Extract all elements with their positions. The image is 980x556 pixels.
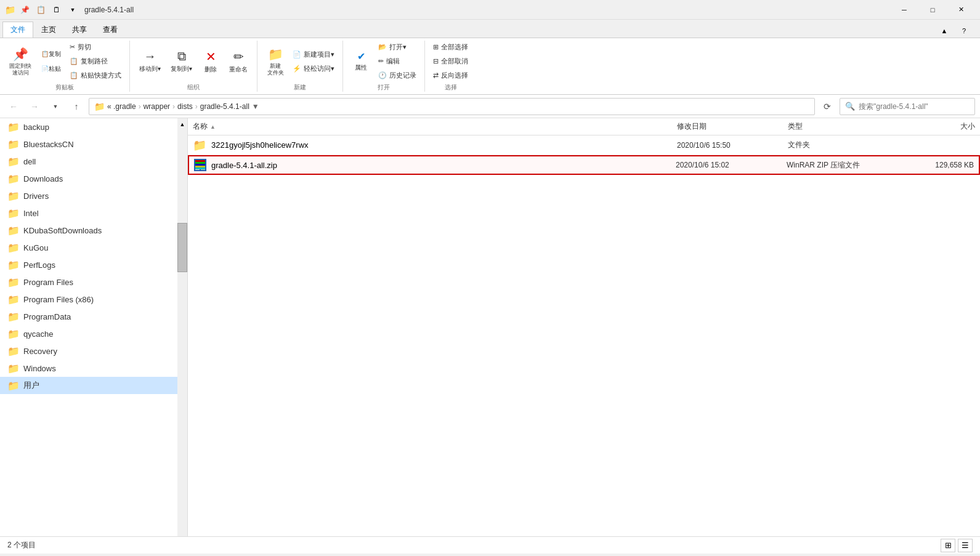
history-btn[interactable]: 🕐 历史记录	[375, 69, 419, 82]
sidebar-item-programdata[interactable]: 📁 ProgramData	[0, 308, 187, 325]
move-btn[interactable]: → 移动到▾	[135, 46, 165, 76]
minimize-btn[interactable]: ─	[890, 0, 918, 20]
properties-btn[interactable]: ✔ 属性	[348, 47, 374, 75]
sep1: ›	[139, 102, 141, 111]
copy-to-btn[interactable]: ⧉ 复制到▾	[166, 46, 196, 76]
sidebar-item-users[interactable]: 📁 用户	[0, 377, 187, 394]
sidebar-item-intel[interactable]: 📁 Intel	[0, 204, 187, 222]
col-header-type[interactable]: 类型	[783, 121, 906, 132]
sidebar-label-bluestackscn: BluestacksCN	[23, 140, 74, 149]
list-view-btn[interactable]: ☰	[958, 539, 973, 552]
sidebar-item-dell[interactable]: 📁 dell	[0, 153, 187, 170]
breadcrumb-gradle[interactable]: « .gradle	[107, 102, 136, 111]
select-none-icon: ⊟	[433, 57, 439, 65]
breadcrumb-dists[interactable]: dists	[177, 102, 193, 111]
refresh-btn[interactable]: ⟳	[819, 98, 836, 115]
search-box[interactable]: 🔍	[840, 98, 975, 115]
close-btn[interactable]: ✕	[947, 0, 975, 20]
file-type-1: 文件夹	[783, 140, 906, 150]
select-label: 选择	[445, 83, 457, 92]
edit-btn[interactable]: ✏ 编辑	[375, 55, 419, 68]
easy-access-btn[interactable]: ⚡ 轻松访问▾	[290, 62, 338, 75]
new-item-icon: 📄	[293, 50, 301, 58]
scroll-up-btn[interactable]: ▲	[177, 118, 187, 131]
help-btn[interactable]: ?	[955, 24, 973, 38]
open-file-btn[interactable]: 📂 打开▾	[375, 41, 419, 54]
tab-view[interactable]: 查看	[95, 22, 126, 38]
main-content: ▲ 📁 backup 📁 BluestacksCN 📁 dell 📁 Downl…	[0, 118, 980, 536]
grid-view-btn[interactable]: ⊞	[941, 539, 955, 552]
select-none-btn[interactable]: ⊟ 全部取消	[430, 55, 471, 68]
svg-rect-3	[195, 160, 205, 162]
sidebar-item-kugou[interactable]: 📁 KuGou	[0, 239, 187, 256]
search-input[interactable]	[859, 102, 970, 111]
sidebar-item-downloads[interactable]: 📁 Downloads	[0, 170, 187, 187]
delete-btn[interactable]: ✕ 删除	[198, 46, 224, 77]
sidebar-item-programfilesx86[interactable]: 📁 Program Files (x86)	[0, 291, 187, 308]
copy-path-btn[interactable]: 📋 复制路径	[67, 55, 124, 68]
sort-arrow-name: ▲	[210, 124, 216, 130]
paste-btn[interactable]: 📄 粘贴	[37, 62, 65, 76]
paste-icon: 📄	[41, 65, 49, 72]
folder-icon-users: 📁	[7, 380, 20, 392]
sidebar-item-recovery[interactable]: 📁 Recovery	[0, 342, 187, 360]
folder-icon-title: 📁	[5, 5, 15, 15]
sidebar-item-windows[interactable]: 📁 Windows	[0, 360, 187, 377]
back-btn[interactable]: ←	[5, 98, 22, 115]
copy-btn[interactable]: 📋 复制	[37, 47, 65, 61]
table-row[interactable]: 📁 3221gyojl5jsh0helicew7rwx 2020/10/6 15…	[188, 135, 980, 155]
breadcrumb-folder-icon: 📁	[94, 102, 105, 111]
ribbon-collapse-btn[interactable]: ▲	[936, 24, 953, 38]
address-dropdown-btn[interactable]: ▼	[252, 102, 259, 111]
sep2: ›	[172, 102, 175, 111]
file-name-2: gradle-5.4.1-all.zip	[211, 161, 277, 170]
pin-quickaccess-btn[interactable]: 📌	[18, 3, 31, 17]
recent-locations-btn[interactable]: ▼	[47, 98, 64, 115]
sidebar-item-drivers[interactable]: 📁 Drivers	[0, 187, 187, 204]
title-bar: 📁 📌 📋 🗒 ▼ gradle-5.4.1-all ─ □ ✕	[0, 0, 980, 20]
paste-quickaccess-btn[interactable]: 🗒	[50, 3, 63, 17]
up-btn[interactable]: ↑	[68, 98, 85, 115]
rename-icon: ✏	[233, 49, 244, 64]
cut-btn[interactable]: ✂ 剪切	[67, 41, 124, 54]
col-header-date[interactable]: 修改日期	[672, 121, 783, 132]
file-type-2: WinRAR ZIP 压缩文件	[782, 160, 905, 171]
ribbon-tabs: 文件 主页 共享 查看 ▲ ?	[0, 20, 980, 38]
new-item-btn[interactable]: 📄 新建项目▾	[290, 48, 338, 61]
dropdown-quickaccess-btn[interactable]: ▼	[66, 3, 79, 17]
address-path[interactable]: 📁 « .gradle › wrapper › dists › gradle-5…	[89, 98, 815, 115]
tab-share[interactable]: 共享	[64, 22, 95, 38]
sidebar-item-bluestackscn[interactable]: 📁 BluestacksCN	[0, 135, 187, 153]
sidebar-item-perflogs[interactable]: 📁 PerfLogs	[0, 256, 187, 273]
tab-home[interactable]: 主页	[33, 22, 64, 38]
sidebar-item-kdubasoft[interactable]: 📁 KDubaSoftDownloads	[0, 222, 187, 239]
sidebar-item-backup[interactable]: 📁 backup	[0, 118, 187, 135]
folder-icon-kdubasoft: 📁	[7, 225, 20, 236]
sidebar-item-qycache[interactable]: 📁 qycache	[0, 325, 187, 342]
paste-shortcut-btn[interactable]: 📋 粘贴快捷方式	[67, 69, 124, 82]
copy-quickaccess-btn[interactable]: 📋	[34, 3, 47, 17]
folder-icon-programdata: 📁	[7, 311, 20, 323]
select-content: ⊞ 全部选择 ⊟ 全部取消 ⇄ 反向选择	[430, 41, 471, 82]
copy-icon: 📋	[41, 50, 49, 57]
forward-btn[interactable]: →	[26, 98, 43, 115]
scrollbar-thumb[interactable]	[177, 223, 187, 272]
tab-file[interactable]: 文件	[2, 22, 33, 38]
breadcrumb-gradle-all[interactable]: gradle-5.4.1-all	[200, 102, 249, 111]
sidebar-label-programfiles: Program Files	[23, 278, 73, 287]
select-all-btn[interactable]: ⊞ 全部选择	[430, 41, 471, 54]
col-header-size[interactable]: 大小	[906, 121, 980, 132]
pin-icon: 📌	[13, 47, 28, 62]
sidebar-item-programfiles[interactable]: 📁 Program Files	[0, 273, 187, 291]
table-row[interactable]: gradle-5.4.1-all.zip 2020/10/6 15:02 Win…	[188, 155, 980, 175]
folder-icon-programfilesx86: 📁	[7, 294, 20, 305]
sidebar-label-users: 用户	[23, 380, 39, 391]
new-folder-btn[interactable]: 📁 新建文件夹	[262, 44, 288, 79]
organize-label: 组织	[187, 83, 200, 92]
col-header-name[interactable]: 名称 ▲	[188, 121, 672, 132]
breadcrumb-wrapper[interactable]: wrapper	[144, 102, 170, 111]
invert-selection-btn[interactable]: ⇄ 反向选择	[430, 69, 471, 82]
maximize-btn[interactable]: □	[918, 0, 947, 20]
rename-btn[interactable]: ✏ 重命名	[225, 46, 252, 77]
pin-btn[interactable]: 📌 固定到快速访问	[5, 44, 36, 79]
